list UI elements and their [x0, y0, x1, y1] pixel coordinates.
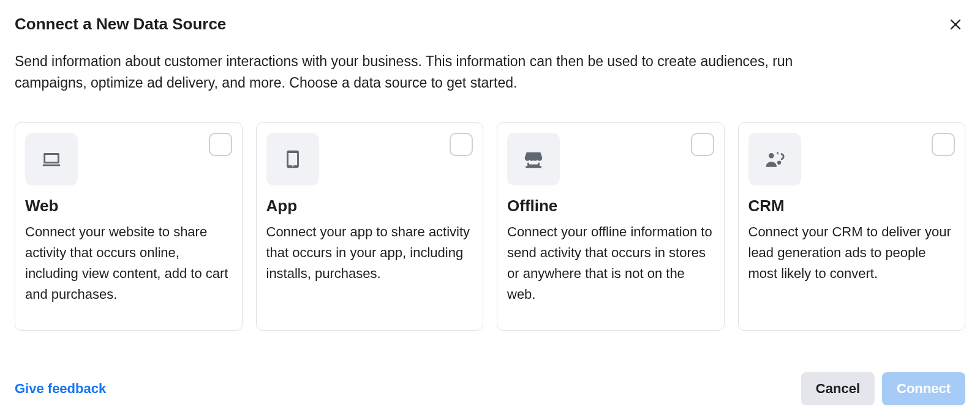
option-card-app[interactable]: App Connect your app to share activity t… — [256, 122, 484, 331]
connect-button[interactable]: Connect — [882, 372, 965, 405]
card-top — [748, 133, 956, 186]
footer-buttons: Cancel Connect — [801, 372, 965, 405]
laptop-icon — [25, 133, 78, 186]
option-card-web[interactable]: Web Connect your website to share activi… — [15, 122, 243, 331]
option-radio-crm[interactable] — [932, 133, 955, 156]
people-icon — [748, 133, 801, 186]
option-description: Connect your website to share activity t… — [25, 222, 232, 305]
mobile-icon — [266, 133, 319, 186]
option-title: CRM — [748, 197, 956, 216]
dialog-header: Connect a New Data Source — [15, 15, 965, 36]
card-top — [266, 133, 473, 186]
option-radio-web[interactable] — [209, 133, 232, 156]
option-cards: Web Connect your website to share activi… — [15, 122, 965, 331]
option-card-crm[interactable]: CRM Connect your CRM to deliver your lea… — [738, 122, 966, 331]
option-description: Connect your offline information to send… — [507, 222, 714, 305]
give-feedback-link[interactable]: Give feedback — [15, 381, 106, 397]
option-radio-app[interactable] — [450, 133, 473, 156]
dialog-footer: Give feedback Cancel Connect — [15, 372, 965, 405]
close-icon — [948, 24, 963, 34]
dialog-title: Connect a New Data Source — [15, 15, 226, 34]
option-card-offline[interactable]: Offline Connect your offline information… — [497, 122, 725, 331]
card-top — [507, 133, 714, 186]
svg-point-3 — [777, 161, 780, 165]
cancel-button[interactable]: Cancel — [801, 372, 875, 405]
svg-point-2 — [769, 153, 774, 159]
store-icon — [507, 133, 560, 186]
option-title: Offline — [507, 197, 714, 216]
option-description: Connect your CRM to deliver your lead ge… — [748, 222, 956, 284]
option-description: Connect your app to share activity that … — [266, 222, 473, 284]
close-button[interactable] — [946, 15, 965, 36]
option-title: App — [266, 197, 473, 216]
option-radio-offline[interactable] — [691, 133, 714, 156]
dialog-subtitle: Send information about customer interact… — [15, 51, 860, 93]
option-title: Web — [25, 197, 232, 216]
card-top — [25, 133, 232, 186]
